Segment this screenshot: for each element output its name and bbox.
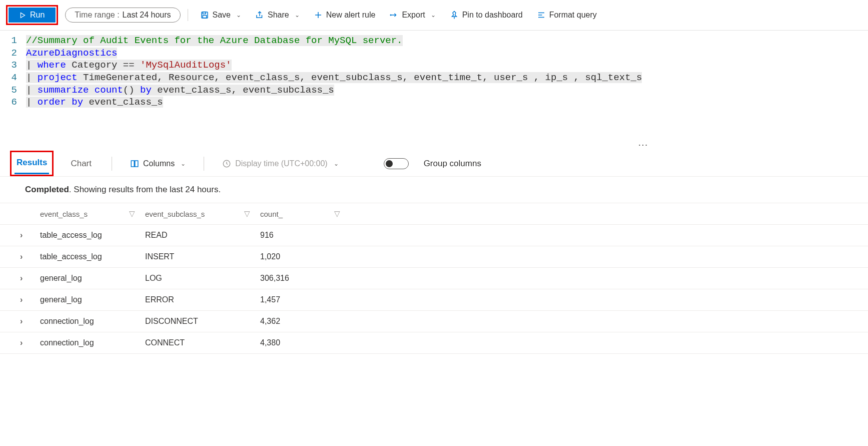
grid-header: event_class_s▽ event_subclass_s▽ count_▽ <box>0 203 868 225</box>
clock-icon <box>222 159 231 168</box>
chevron-down-icon: ⌄ <box>181 160 186 167</box>
expand-icon[interactable]: › <box>20 252 23 261</box>
code-content[interactable]: //Summary of Audit Events for the Azure … <box>26 35 403 47</box>
cell: 4,380 <box>260 338 350 347</box>
code-content[interactable]: | where Category == 'MySqlAuditLogs' <box>26 59 232 72</box>
code-line: 3| where Category == 'MySqlAuditLogs' <box>0 59 868 72</box>
expand-icon[interactable]: › <box>20 295 23 304</box>
time-range-picker[interactable]: Time range : Last 24 hours <box>65 8 180 23</box>
pin-icon <box>450 11 459 20</box>
run-button[interactable]: Run <box>9 8 56 23</box>
format-icon <box>537 11 546 20</box>
line-number: 5 <box>0 84 26 97</box>
code-content[interactable]: AzureDiagnostics <box>26 47 117 60</box>
filter-icon[interactable]: ▽ <box>334 209 340 218</box>
cell: CONNECT <box>145 338 260 347</box>
cell: 916 <box>260 231 350 240</box>
time-range-label: Time range : <box>75 11 119 20</box>
cell: READ <box>145 231 260 240</box>
columns-label: Columns <box>143 159 175 168</box>
export-button[interactable]: Export ⌄ <box>384 9 440 22</box>
cell: connection_log <box>40 317 145 326</box>
export-label: Export <box>402 11 425 20</box>
table-row[interactable]: ›general_logERROR1,457 <box>0 289 868 311</box>
format-label: Format query <box>549 11 597 20</box>
divider <box>188 9 188 21</box>
chevron-down-icon: ⌄ <box>431 12 436 19</box>
pin-label: Pin to dashboard <box>462 11 523 20</box>
time-range-value: Last 24 hours <box>123 11 171 20</box>
code-content[interactable]: | summarize count() by event_class_s, ev… <box>26 84 334 97</box>
filter-icon[interactable]: ▽ <box>129 209 135 218</box>
svg-rect-1 <box>203 12 206 14</box>
chevron-down-icon: ⌄ <box>236 12 241 19</box>
play-icon <box>20 12 26 19</box>
save-button[interactable]: Save ⌄ <box>195 9 246 22</box>
cell: connection_log <box>40 338 145 347</box>
divider <box>112 157 112 171</box>
code-content[interactable]: | order by event_class_s <box>26 96 163 109</box>
new-alert-button[interactable]: New alert rule <box>309 9 381 22</box>
expand-icon[interactable]: › <box>20 231 23 239</box>
col-header[interactable]: event_class_s <box>40 210 88 218</box>
cell: general_log <box>40 295 145 304</box>
code-line: 2AzureDiagnostics <box>0 47 868 60</box>
toolbar: Run Time range : Last 24 hours Save ⌄ Sh… <box>0 0 868 31</box>
col-header[interactable]: count_ <box>260 210 283 218</box>
pin-button[interactable]: Pin to dashboard <box>445 9 528 22</box>
columns-button[interactable]: Columns ⌄ <box>130 159 186 168</box>
cell: ERROR <box>145 295 260 304</box>
save-label: Save <box>213 11 231 20</box>
format-button[interactable]: Format query <box>532 9 602 22</box>
divider <box>204 157 204 171</box>
expand-icon[interactable]: › <box>20 338 23 347</box>
expand-icon[interactable]: › <box>20 317 23 325</box>
expand-icon[interactable]: › <box>20 274 23 282</box>
code-content[interactable]: | project TimeGenerated, Resource, event… <box>26 72 642 84</box>
line-number: 4 <box>0 72 26 84</box>
svg-point-3 <box>391 15 392 16</box>
filter-icon[interactable]: ▽ <box>244 209 250 218</box>
code-line: 4| project TimeGenerated, Resource, even… <box>0 72 868 84</box>
share-icon <box>255 11 264 20</box>
columns-icon <box>130 159 139 168</box>
run-label: Run <box>30 11 45 20</box>
cell: LOG <box>145 274 260 283</box>
display-time-button[interactable]: Display time (UTC+00:00) ⌄ <box>222 159 339 168</box>
results-grid: event_class_s▽ event_subclass_s▽ count_▽… <box>0 203 868 354</box>
plus-icon <box>314 11 323 20</box>
share-button[interactable]: Share ⌄ <box>250 9 305 22</box>
code-line: 1//Summary of Audit Events for the Azure… <box>0 35 868 47</box>
line-number: 6 <box>0 96 26 109</box>
status-bar: Completed. Showing results from the last… <box>0 177 868 203</box>
tab-results[interactable]: Results <box>15 153 49 174</box>
code-line: 5| summarize count() by event_class_s, e… <box>0 84 868 97</box>
table-row[interactable]: ›table_access_logREAD916 <box>0 225 868 246</box>
tabs-highlight: Results <box>10 151 54 176</box>
more-icon[interactable]: ⋯ <box>0 139 868 151</box>
svg-rect-4 <box>131 161 134 167</box>
table-row[interactable]: ›table_access_logINSERT1,020 <box>0 246 868 268</box>
cell: INSERT <box>145 252 260 261</box>
tab-chart[interactable]: Chart <box>69 154 94 174</box>
table-row[interactable]: ›connection_logCONNECT4,380 <box>0 332 868 354</box>
cell: table_access_log <box>40 252 145 261</box>
results-panel-bar: Results Chart Columns ⌄ Display time (UT… <box>0 151 868 177</box>
table-row[interactable]: ›connection_logDISCONNECT4,362 <box>0 311 868 332</box>
cell: 1,457 <box>260 295 350 304</box>
cell: table_access_log <box>40 231 145 240</box>
table-row[interactable]: ›general_logLOG306,316 <box>0 268 868 289</box>
save-icon <box>200 11 209 20</box>
group-columns-toggle[interactable] <box>384 158 409 169</box>
col-header[interactable]: event_subclass_s <box>145 210 205 218</box>
svg-rect-5 <box>135 161 138 167</box>
share-label: Share <box>268 11 289 20</box>
new-alert-label: New alert rule <box>326 11 376 20</box>
query-editor[interactable]: 1//Summary of Audit Events for the Azure… <box>0 31 868 139</box>
status-message: . Showing results from the last 24 hours… <box>69 185 221 194</box>
cell: 4,362 <box>260 317 350 326</box>
cell: 306,316 <box>260 274 350 283</box>
cell: general_log <box>40 274 145 283</box>
status-completed: Completed <box>25 185 69 194</box>
chevron-down-icon: ⌄ <box>334 160 339 167</box>
